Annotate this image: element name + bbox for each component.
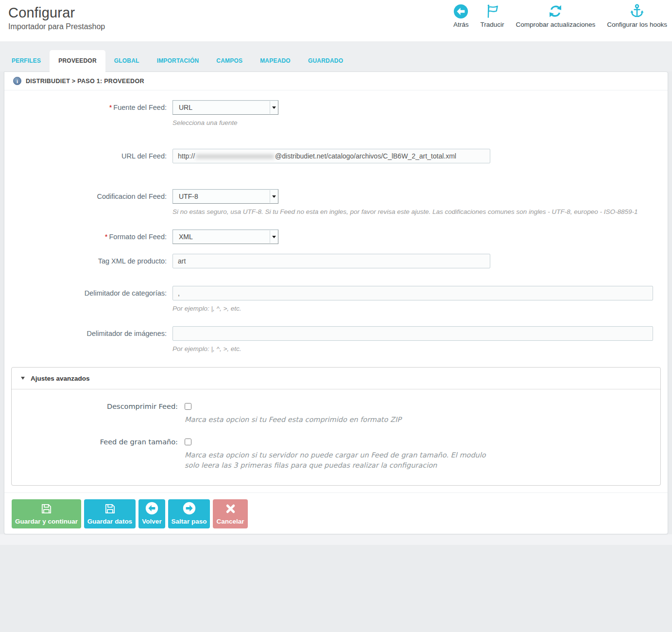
skip-step-button[interactable]: Saltar paso bbox=[168, 499, 210, 528]
category-delimiter-label: Delimitador de categorías: bbox=[4, 286, 172, 312]
provider-form: *Fuente del Feed: URL Selecciona una fue… bbox=[4, 90, 668, 534]
feed-encoding-select[interactable]: UTF-8 bbox=[172, 189, 278, 204]
feed-source-select[interactable]: URL bbox=[172, 100, 278, 115]
feed-url-redacted-credentials: xxxxxxxxxxxxxxxxxxxxxxx bbox=[196, 152, 274, 160]
arrow-left-circle-icon bbox=[145, 502, 158, 516]
xml-tag-input[interactable] bbox=[172, 254, 490, 268]
form-row-image-delimiter: Delimitador de imágenes: Por ejemplo: |,… bbox=[4, 326, 668, 352]
feed-url-suffix: @distribudiet.net/catalogo/archivos/C_lB… bbox=[275, 152, 456, 160]
tab-bar: PERFILES PROVEEDOR GLOBAL IMPORTACIÓN CA… bbox=[0, 41, 672, 71]
translate-label: Traducir bbox=[481, 21, 504, 28]
tab-proveedor[interactable]: PROVEEDOR bbox=[50, 50, 105, 72]
save-and-continue-button[interactable]: Guardar y continuar bbox=[12, 499, 81, 528]
feed-format-label: *Formato del Feed: bbox=[4, 229, 172, 244]
feed-source-hint: Selecciona una fuente bbox=[172, 119, 668, 126]
form-row-feed-format: *Formato del Feed: XML bbox=[4, 229, 668, 244]
save-icon bbox=[40, 503, 52, 516]
cancel-label: Cancelar bbox=[216, 518, 244, 525]
feed-url-prefix: http:// bbox=[178, 152, 195, 160]
image-delimiter-hint: Por ejemplo: |, ^, >, etc. bbox=[172, 345, 668, 352]
category-delimiter-input[interactable] bbox=[172, 286, 653, 300]
form-footer: Guardar y continuar Guardar datos bbox=[4, 492, 668, 534]
feed-encoding-value: UTF-8 bbox=[179, 193, 198, 200]
feed-format-select[interactable]: XML bbox=[172, 229, 278, 244]
go-back-button[interactable]: Volver bbox=[138, 499, 165, 528]
back-button[interactable]: Atrás bbox=[452, 2, 470, 29]
tab-mapeado[interactable]: MAPEADO bbox=[251, 50, 299, 71]
back-circle-icon bbox=[453, 3, 468, 19]
info-icon: i bbox=[13, 77, 21, 85]
save-icon bbox=[104, 503, 116, 516]
arrow-right-circle-icon bbox=[183, 502, 196, 516]
advanced-settings-title: Ajustes avanzados bbox=[31, 375, 90, 382]
configure-hooks-button[interactable]: Configurar los hooks bbox=[606, 2, 668, 29]
page-background bbox=[0, 534, 672, 545]
chevron-down-icon bbox=[270, 190, 278, 203]
anchor-icon bbox=[629, 3, 645, 19]
chevron-down-icon bbox=[270, 101, 278, 114]
form-row-xml-tag: Tag XML de producto: bbox=[4, 254, 668, 268]
form-row-feed-encoding: Codificacion del Feed: UTF-8 Si no estas… bbox=[4, 189, 668, 215]
feed-encoding-label: Codificacion del Feed: bbox=[4, 189, 172, 215]
image-delimiter-input[interactable] bbox=[172, 326, 653, 341]
feed-source-value: URL bbox=[179, 104, 192, 111]
save-data-button[interactable]: Guardar datos bbox=[84, 499, 136, 528]
refresh-icon bbox=[548, 3, 563, 19]
tab-guardado[interactable]: GUARDADO bbox=[299, 50, 352, 71]
advanced-settings-panel: Ajustes avanzados Descomprimir Feed: Mar… bbox=[11, 367, 661, 486]
feed-encoding-hint: Si no estas seguro, usa UTF-8. Si tu Fee… bbox=[172, 208, 668, 215]
go-back-label: Volver bbox=[142, 518, 161, 525]
config-panel: i DISTRIBUDIET > PASO 1: PROVEEDOR *Fuen… bbox=[4, 71, 668, 534]
check-updates-button[interactable]: Comprobar actualizaciones bbox=[515, 2, 597, 29]
unzip-feed-label: Descomprimir Feed: bbox=[12, 402, 185, 425]
advanced-settings-toggle[interactable]: Ajustes avanzados bbox=[12, 368, 660, 389]
collapse-caret-icon bbox=[21, 377, 25, 380]
xml-tag-label: Tag XML de producto: bbox=[4, 254, 172, 268]
feed-url-label: URL del Feed: bbox=[4, 149, 172, 163]
form-row-unzip-feed: Descomprimir Feed: Marca esta opcion si … bbox=[12, 402, 660, 425]
unzip-feed-checkbox[interactable] bbox=[185, 403, 191, 410]
cancel-icon bbox=[224, 503, 237, 516]
tab-campos[interactable]: CAMPOS bbox=[207, 50, 251, 71]
form-row-category-delimiter: Delimitador de categorías: Por ejemplo: … bbox=[4, 286, 668, 312]
required-asterisk: * bbox=[109, 104, 112, 111]
chevron-down-icon bbox=[270, 230, 278, 243]
large-feed-hint: Marca esta opcion si tu servidor no pued… bbox=[185, 450, 491, 471]
form-row-feed-source: *Fuente del Feed: URL Selecciona una fue… bbox=[4, 100, 668, 126]
back-label: Atrás bbox=[453, 21, 469, 28]
form-row-large-feed: Feed de gran tamaño: Marca esta opcion s… bbox=[12, 438, 660, 471]
flag-icon bbox=[484, 3, 500, 19]
tab-perfiles[interactable]: PERFILES bbox=[3, 50, 50, 71]
form-row-feed-url: URL del Feed: http:// xxxxxxxxxxxxxxxxxx… bbox=[4, 149, 668, 163]
tab-global[interactable]: GLOBAL bbox=[105, 50, 148, 71]
feed-format-value: XML bbox=[179, 233, 193, 241]
save-data-label: Guardar datos bbox=[87, 518, 132, 525]
skip-step-label: Saltar paso bbox=[172, 518, 207, 525]
breadcrumb: i DISTRIBUDIET > PASO 1: PROVEEDOR bbox=[4, 72, 668, 90]
feed-url-input[interactable]: http:// xxxxxxxxxxxxxxxxxxxxxxx @distrib… bbox=[172, 149, 490, 163]
configure-hooks-label: Configurar los hooks bbox=[607, 21, 667, 28]
feed-source-label: *Fuente del Feed: bbox=[4, 100, 172, 126]
large-feed-label: Feed de gran tamaño: bbox=[12, 438, 185, 471]
save-and-continue-label: Guardar y continuar bbox=[15, 518, 78, 525]
cancel-button[interactable]: Cancelar bbox=[213, 499, 248, 528]
header-actions: Atrás Traducir Comprobar bbox=[452, 2, 668, 29]
translate-button[interactable]: Traducir bbox=[480, 2, 505, 29]
required-asterisk: * bbox=[105, 233, 108, 241]
large-feed-checkbox[interactable] bbox=[185, 439, 191, 445]
check-updates-label: Comprobar actualizaciones bbox=[516, 21, 596, 28]
image-delimiter-label: Delimitador de imágenes: bbox=[4, 326, 172, 352]
unzip-feed-hint: Marca esta opcion si tu Feed esta compri… bbox=[185, 415, 491, 425]
module-header: Configurar Importador para Prestashop At… bbox=[0, 0, 672, 41]
tab-importacion[interactable]: IMPORTACIÓN bbox=[148, 50, 208, 71]
breadcrumb-text: DISTRIBUDIET > PASO 1: PROVEEDOR bbox=[26, 78, 144, 85]
category-delimiter-hint: Por ejemplo: |, ^, >, etc. bbox=[172, 305, 668, 312]
